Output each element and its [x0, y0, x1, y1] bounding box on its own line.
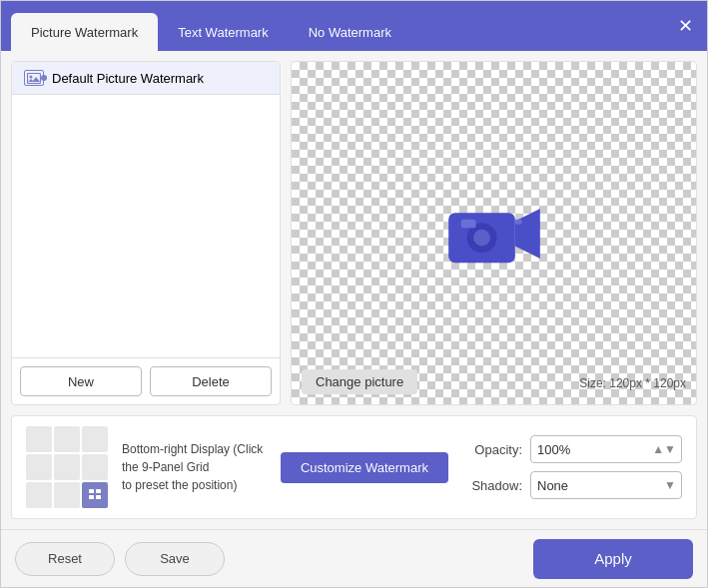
new-button[interactable]: New: [20, 366, 142, 396]
panel-cell-ml[interactable]: [26, 454, 52, 480]
svg-point-4: [473, 229, 490, 246]
save-button[interactable]: Save: [125, 542, 225, 576]
shadow-select-wrapper: None Light Medium Heavy ▼: [530, 471, 682, 499]
top-section: Default Picture Watermark New Delete: [11, 61, 697, 405]
tab-picture[interactable]: Picture Watermark: [11, 13, 158, 51]
opacity-select-wrapper: 100% 90% 80% 70% ▲▼: [530, 435, 682, 463]
close-button[interactable]: ✕: [678, 17, 693, 35]
tab-bar: Picture Watermark Text Watermark No Wate…: [1, 1, 707, 51]
panel-cell-mc[interactable]: [54, 454, 80, 480]
camera-preview-icon: [444, 194, 544, 274]
svg-rect-9: [96, 489, 101, 493]
bottom-section: Bottom-right Display (Click the 9-Panel …: [11, 415, 697, 519]
footer: Reset Save Apply: [1, 529, 707, 587]
shadow-row: Shadow: None Light Medium Heavy ▼: [462, 471, 682, 499]
panel-cell-br[interactable]: [82, 482, 108, 508]
shadow-label: Shadow:: [462, 478, 522, 493]
svg-marker-6: [514, 209, 539, 259]
svg-rect-5: [460, 219, 475, 227]
opacity-row: Opacity: 100% 90% 80% 70% ▲▼: [462, 435, 682, 463]
delete-button[interactable]: Delete: [150, 366, 272, 396]
svg-rect-7: [514, 219, 521, 224]
svg-point-1: [30, 75, 33, 78]
panel-cell-bc[interactable]: [54, 482, 80, 508]
shadow-select[interactable]: None Light Medium Heavy: [530, 471, 682, 499]
panel-cell-tr[interactable]: [82, 426, 108, 452]
opacity-label: Opacity:: [462, 442, 522, 457]
change-picture-button[interactable]: Change picture: [302, 369, 417, 394]
svg-rect-11: [96, 495, 101, 499]
watermark-item-icon: [24, 70, 44, 86]
watermark-list-item[interactable]: Default Picture Watermark: [12, 62, 280, 95]
watermark-item-label: Default Picture Watermark: [52, 71, 204, 86]
panel-cell-bl[interactable]: [26, 482, 52, 508]
watermark-list-panel: Default Picture Watermark New Delete: [11, 61, 281, 405]
apply-button[interactable]: Apply: [533, 539, 693, 579]
watermark-list-actions: New Delete: [12, 357, 280, 404]
tab-no-watermark[interactable]: No Watermark: [289, 13, 411, 51]
panel-cell-mr[interactable]: [82, 454, 108, 480]
panel-cell-tl[interactable]: [26, 426, 52, 452]
preview-panel: Change picture Size: 120px * 120px: [291, 61, 697, 405]
customize-watermark-button[interactable]: Customize Watermark: [281, 452, 448, 483]
watermark-controls: Opacity: 100% 90% 80% 70% ▲▼ Shadow:: [462, 435, 682, 499]
watermark-window: Picture Watermark Text Watermark No Wate…: [0, 0, 708, 588]
watermark-list-empty: [12, 95, 280, 357]
size-label: Size: 120px * 120px: [579, 376, 686, 390]
main-content: Default Picture Watermark New Delete: [1, 51, 707, 529]
svg-rect-10: [89, 495, 94, 499]
footer-left-actions: Reset Save: [15, 542, 225, 576]
svg-rect-8: [89, 489, 94, 493]
position-description: Bottom-right Display (Click the 9-Panel …: [122, 440, 267, 494]
reset-button[interactable]: Reset: [15, 542, 115, 576]
panel-cell-tc[interactable]: [54, 426, 80, 452]
opacity-select[interactable]: 100% 90% 80% 70%: [530, 435, 682, 463]
tab-text[interactable]: Text Watermark: [158, 13, 289, 51]
nine-panel-grid[interactable]: [26, 426, 108, 508]
